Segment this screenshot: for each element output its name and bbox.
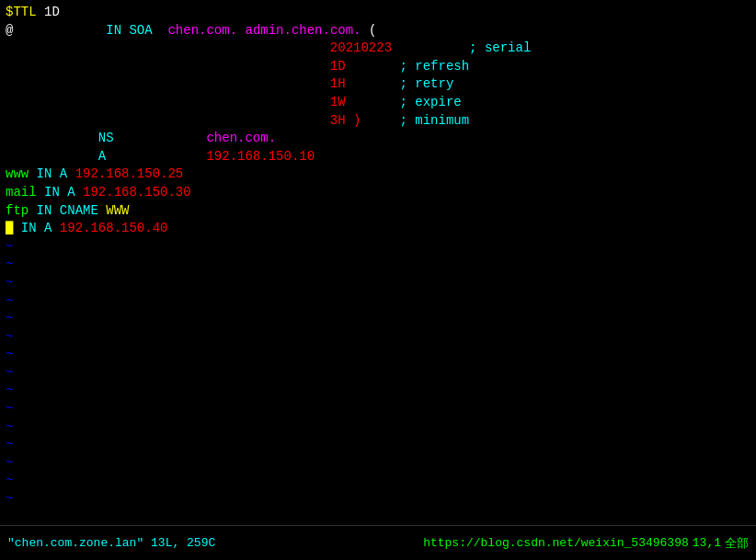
line-part: A: [6, 148, 137, 166]
editor-line: 20210223 ; serial: [6, 40, 750, 58]
editor-line: ~: [6, 364, 750, 383]
editor-line: █ IN A 192.168.150.40: [6, 220, 750, 238]
line-part: A: [44, 220, 52, 238]
editor-line: ~: [6, 328, 750, 347]
line-part: WWW: [98, 202, 130, 221]
editor-line: www IN A 192.168.150.25: [6, 166, 750, 184]
editor-line: A 192.168.150.10: [6, 148, 750, 166]
tilde-marker: ~: [6, 490, 13, 509]
tilde-marker: ~: [6, 472, 13, 490]
line-part: ; serial: [462, 40, 532, 58]
status-right: https://blog.csdn.net/weixin_53496398 13…: [423, 535, 749, 552]
tilde-marker: ~: [6, 310, 13, 328]
code-editor: $TTL 1D@ IN SOA chen.com. admin.chen.com…: [0, 0, 756, 524]
tilde-marker: ~: [6, 328, 13, 347]
editor-line: ~: [6, 472, 750, 490]
file-info: "chen.com.zone.lan" 13L, 259C: [7, 536, 215, 550]
line-part: www: [6, 166, 29, 184]
tilde-marker: ~: [6, 274, 13, 292]
line-part: (: [361, 22, 377, 40]
line-part: 1W: [6, 94, 392, 112]
line-part: ; expire: [392, 94, 462, 112]
line-part: IN: [29, 202, 60, 221]
editor-line: ~: [6, 382, 750, 400]
editor-line: ~: [6, 418, 750, 437]
editor-line: ~: [6, 490, 750, 509]
line-part: A: [60, 166, 67, 184]
line-part: 1D: [37, 4, 60, 22]
editor-line: 3H ) ; minimum: [6, 112, 750, 131]
tilde-marker: ~: [6, 292, 13, 311]
editor-line: ~: [6, 346, 750, 364]
line-part: chen.com.: [137, 130, 276, 148]
line-part: 192.168.150.10: [137, 148, 315, 166]
line-part: 1D: [6, 58, 392, 76]
editor-line: 1D ; refresh: [6, 58, 750, 76]
editor-line: ~: [6, 436, 750, 454]
line-part: $TTL: [6, 4, 37, 22]
line-part: 3H ): [6, 112, 392, 131]
editor-line: @ IN SOA chen.com. admin.chen.com. (: [6, 22, 750, 40]
line-part: IN: [13, 220, 44, 238]
line-part: ; minimum: [392, 112, 469, 131]
editor-line: $TTL 1D: [6, 4, 750, 22]
tilde-marker: ~: [6, 400, 13, 418]
line-part: IN: [37, 184, 68, 202]
line-part: A: [67, 184, 74, 202]
line-part: ftp: [6, 202, 29, 221]
tilde-marker: ~: [6, 364, 13, 383]
editor-line: ~: [6, 256, 750, 274]
tilde-marker: ~: [6, 418, 13, 437]
editor-line: ~: [6, 400, 750, 418]
tilde-marker: ~: [6, 436, 13, 454]
position-text: 13,1: [693, 536, 721, 550]
tilde-marker: ~: [6, 238, 13, 257]
tilde-marker: ~: [6, 346, 13, 364]
line-part: ; refresh: [392, 58, 469, 76]
statusbar: "chen.com.zone.lan" 13L, 259C https://bl…: [0, 525, 756, 560]
line-part: █: [6, 220, 13, 238]
editor-line: ~: [6, 454, 750, 473]
editor-line: ~: [6, 274, 750, 292]
tilde-marker: ~: [6, 256, 13, 274]
editor-line: ftp IN CNAME WWW: [6, 202, 750, 221]
editor-line: ~: [6, 238, 750, 257]
editor-line: ~: [6, 292, 750, 311]
editor-line: mail IN A 192.168.150.30: [6, 184, 750, 202]
line-part: chen.com.: [167, 22, 237, 40]
line-part: mail: [6, 184, 37, 202]
tilde-marker: ~: [6, 454, 13, 473]
line-part: IN SOA: [13, 22, 167, 40]
line-part: 192.168.150.30: [75, 184, 191, 202]
line-part: IN: [29, 166, 60, 184]
editor-line: ~: [6, 310, 750, 328]
line-part: @: [6, 22, 13, 40]
tilde-marker: ~: [6, 382, 13, 400]
line-part: 192.168.150.25: [67, 166, 183, 184]
line-part: 20210223: [6, 40, 462, 58]
editor-line: 1H ; retry: [6, 75, 750, 94]
line-part: admin.chen.com.: [237, 22, 361, 40]
scroll-text: 全部: [725, 535, 749, 552]
editor-line: NS chen.com.: [6, 130, 750, 148]
line-part: NS: [6, 130, 137, 148]
editor-line: 1W ; expire: [6, 94, 750, 112]
url-text: https://blog.csdn.net/weixin_53496398: [423, 536, 689, 550]
line-part: 1H: [6, 75, 392, 94]
line-part: CNAME: [60, 202, 98, 221]
line-part: ; retry: [392, 75, 453, 94]
line-part: 192.168.150.40: [52, 220, 167, 238]
